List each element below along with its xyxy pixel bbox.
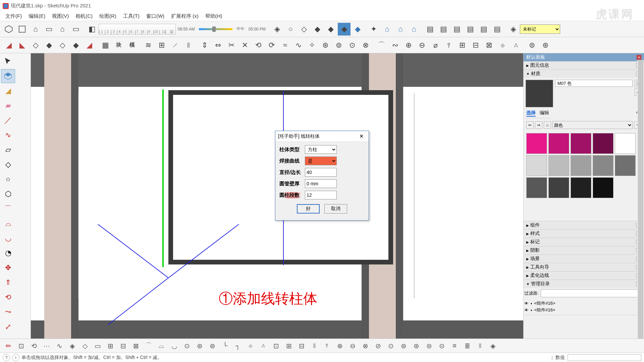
tag-icon[interactable]: ◈ bbox=[507, 23, 520, 36]
section-soften[interactable]: ▶柔化边线✕ bbox=[524, 272, 644, 280]
layers2-icon[interactable]: ▤ bbox=[437, 23, 450, 36]
cn2-icon[interactable]: 模 bbox=[126, 39, 139, 52]
section-styles[interactable]: ▶样式✕ bbox=[524, 230, 644, 238]
style-shaded-icon[interactable]: ◆ bbox=[311, 23, 324, 36]
ext29-icon[interactable]: ⊚ bbox=[526, 39, 538, 52]
bt-icon[interactable]: ◈ bbox=[66, 340, 78, 352]
bt-icon[interactable]: ◈ bbox=[487, 340, 499, 352]
tab-edit[interactable]: 编辑 bbox=[540, 110, 549, 117]
style-mono-icon[interactable]: ◆ bbox=[338, 23, 351, 36]
eye-icon[interactable]: 👁 bbox=[524, 301, 529, 306]
bt-icon[interactable]: ◡ bbox=[168, 340, 180, 352]
sandbox6-icon[interactable]: ◆ bbox=[69, 39, 82, 52]
ext27-icon[interactable]: ⟐ bbox=[496, 39, 509, 52]
bt-icon[interactable]: ◇ bbox=[79, 340, 91, 352]
move-icon[interactable]: ✥ bbox=[1, 261, 15, 275]
panel-scrollbar[interactable] bbox=[637, 60, 644, 344]
select-weld[interactable]: 是 bbox=[305, 157, 337, 165]
scale-icon[interactable]: ⤢ bbox=[1, 320, 15, 334]
bt-icon[interactable]: ⊕ bbox=[334, 340, 346, 352]
bt-icon[interactable]: ⊜ bbox=[423, 340, 435, 352]
ext3-icon[interactable]: ⟋ bbox=[169, 39, 181, 52]
layers4-icon[interactable]: ▤ bbox=[464, 23, 477, 36]
menu-ext[interactable]: 扩展程序 (x) bbox=[168, 13, 202, 19]
bt-icon[interactable]: ⌒ bbox=[143, 340, 155, 352]
color-swatch[interactable] bbox=[526, 155, 547, 176]
measure-input[interactable] bbox=[568, 354, 641, 361]
info-icon[interactable]: i bbox=[12, 354, 19, 361]
color-swatch[interactable] bbox=[593, 177, 613, 198]
pie-icon[interactable]: ◔ bbox=[1, 246, 15, 260]
bt-icon[interactable]: ≡ bbox=[448, 340, 461, 352]
bt-icon[interactable]: ⊟ bbox=[117, 340, 129, 352]
menu-draw[interactable]: 绘图(R) bbox=[96, 13, 120, 19]
ext15-icon[interactable]: ⊚ bbox=[332, 39, 345, 52]
close-icon[interactable]: ✕ bbox=[357, 132, 366, 140]
section-outliner[interactable]: ▼管理目录✕ bbox=[524, 280, 644, 288]
color-swatch[interactable] bbox=[548, 177, 569, 198]
ext7-icon[interactable]: ✂ bbox=[225, 39, 238, 52]
bt-icon[interactable]: ⟲ bbox=[28, 340, 40, 352]
menu-edit[interactable]: 编辑(E) bbox=[25, 13, 49, 19]
iso-view-icon[interactable] bbox=[2, 23, 15, 36]
select-column-type[interactable]: 方柱 bbox=[305, 145, 337, 154]
layer-select[interactable]: 未标记 bbox=[520, 24, 560, 34]
section-scenes[interactable]: ▶场景✕ bbox=[524, 255, 644, 263]
filter-input[interactable] bbox=[541, 289, 639, 297]
ext13-icon[interactable]: ✧ bbox=[306, 39, 318, 52]
ext8-icon[interactable]: ✕ bbox=[238, 39, 251, 52]
menu-help[interactable]: 帮助(H) bbox=[202, 13, 226, 19]
bt-icon[interactable]: ⊘ bbox=[372, 340, 384, 352]
bt-icon[interactable]: ⫴ bbox=[308, 340, 320, 352]
ext28-icon[interactable]: ⟑ bbox=[509, 39, 522, 52]
bt-icon[interactable]: ⟐ bbox=[245, 340, 257, 352]
ext2-icon[interactable]: ⊞ bbox=[155, 39, 168, 52]
bt-icon[interactable]: ⊝ bbox=[436, 340, 448, 352]
material-swatch[interactable] bbox=[526, 80, 553, 107]
pan-icon[interactable]: ⌂ bbox=[381, 23, 393, 36]
rotate-icon[interactable]: ⟲ bbox=[1, 290, 15, 304]
section-shadows[interactable]: ▶阴影✕ bbox=[524, 246, 644, 254]
ext11-icon[interactable]: ≈ bbox=[279, 39, 291, 52]
color-swatch[interactable] bbox=[526, 177, 547, 198]
color-swatch[interactable] bbox=[593, 155, 613, 176]
left-view-icon[interactable]: ▭ bbox=[69, 23, 82, 36]
ext5-icon[interactable]: ⇕ bbox=[198, 39, 211, 52]
tab-select[interactable]: 选择 bbox=[526, 110, 536, 117]
bt-icon[interactable]: ⊡ bbox=[15, 340, 27, 352]
sandbox2-icon[interactable]: ◣ bbox=[16, 39, 29, 52]
list-item[interactable]: 👁▪<组件#16> bbox=[524, 307, 643, 313]
menu-view[interactable]: 视图(V) bbox=[49, 13, 72, 19]
sandbox7-icon[interactable]: ◢ bbox=[83, 39, 96, 52]
nav-fwd-icon[interactable]: ⇒ bbox=[535, 121, 542, 129]
color-swatch[interactable] bbox=[548, 133, 569, 154]
bt-icon[interactable]: ∿ bbox=[53, 340, 65, 352]
input-segments[interactable] bbox=[305, 191, 337, 199]
style-shaded-tex-icon[interactable]: ◆ bbox=[324, 23, 337, 36]
nav-home-icon[interactable]: ⌂ bbox=[544, 121, 551, 129]
ext12-icon[interactable]: ∿ bbox=[292, 39, 305, 52]
freehand-icon[interactable]: ∿ bbox=[1, 128, 15, 142]
rect-rot-icon[interactable]: ◇ bbox=[1, 158, 15, 172]
bt-icon[interactable]: ≣ bbox=[461, 340, 473, 352]
ext6-icon[interactable]: ⇔ bbox=[212, 39, 224, 52]
bt-icon[interactable]: ⊛ bbox=[410, 340, 422, 352]
ext14-icon[interactable]: ⊛ bbox=[319, 39, 332, 52]
menu-window[interactable]: 窗口(W) bbox=[143, 13, 168, 19]
pushpull-icon[interactable]: ⇑ bbox=[1, 276, 15, 290]
bt-icon[interactable]: ┐ bbox=[232, 340, 244, 352]
ext19-icon[interactable]: ∾ bbox=[389, 39, 401, 52]
back-view-icon[interactable]: ⌂ bbox=[56, 23, 69, 36]
polygon-icon[interactable]: ⬡ bbox=[1, 187, 15, 201]
bt-icon[interactable]: ⊚ bbox=[206, 340, 218, 352]
color-swatch[interactable] bbox=[615, 133, 636, 154]
bt-icon[interactable]: ⊗ bbox=[359, 340, 371, 352]
zoom-icon[interactable]: ⌂ bbox=[394, 23, 407, 36]
eraser2-icon[interactable]: ▰ bbox=[1, 99, 15, 113]
zoom-ext-icon[interactable]: ⌂ bbox=[408, 23, 420, 36]
top-view-icon[interactable] bbox=[16, 23, 29, 36]
color-swatch[interactable] bbox=[593, 133, 613, 154]
ext1-icon[interactable]: ≋ bbox=[142, 39, 155, 52]
section-materials[interactable]: ▼材质 ✕ bbox=[524, 70, 644, 78]
bt-icon[interactable]: ⊡ bbox=[270, 340, 282, 352]
